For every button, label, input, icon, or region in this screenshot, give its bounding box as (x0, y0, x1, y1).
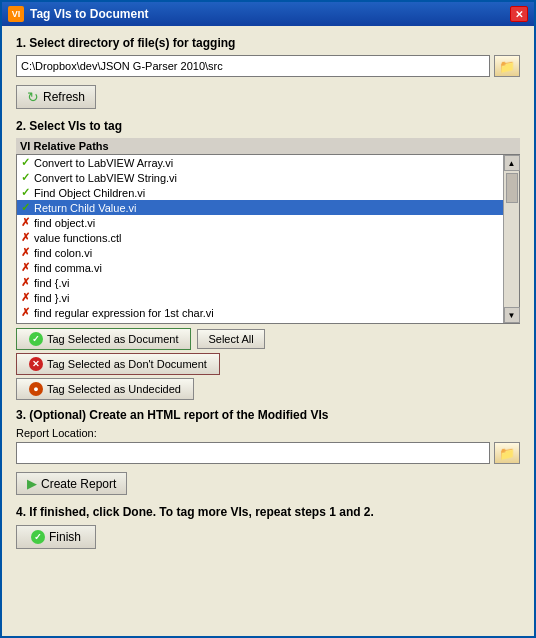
browse-directory-button[interactable]: 📁 (494, 55, 520, 77)
list-item[interactable]: ✗find comma.vi (17, 260, 503, 275)
x-mark: ✗ (21, 261, 30, 274)
list-item[interactable]: ✓Find Object Children.vi (17, 185, 503, 200)
path-row: 📁 (16, 55, 520, 77)
tag-document-button[interactable]: ✓ Tag Selected as Document (16, 328, 191, 350)
step2-label: 2. Select VIs to tag (16, 119, 520, 133)
directory-input[interactable] (16, 55, 490, 77)
x-mark: ✗ (21, 306, 30, 319)
vi-list-container: ✓Convert to LabVIEW Array.vi✓Convert to … (16, 154, 520, 324)
report-location-label: Report Location: (16, 427, 520, 439)
vi-name: Return Child Value.vi (34, 202, 137, 214)
report-path-row: 📁 (16, 442, 520, 464)
list-item[interactable]: ✓Return Child Value.vi (17, 200, 503, 215)
tag-undecided-button[interactable]: ● Tag Selected as Undecided (16, 378, 194, 400)
scroll-down-button[interactable]: ▼ (504, 307, 520, 323)
refresh-button[interactable]: ↻ Refresh (16, 85, 96, 109)
vi-name: Convert to LabVIEW Array.vi (34, 157, 173, 169)
vi-name: Find Object Children.vi (34, 187, 145, 199)
vi-name: find colon.vi (34, 247, 92, 259)
close-button[interactable]: ✕ (510, 6, 528, 22)
titlebar: VI Tag VIs to Document ✕ (2, 2, 534, 26)
scroll-thumb[interactable] (506, 173, 518, 203)
finish-button[interactable]: ✓ Finish (16, 525, 96, 549)
tag-dont-document-button[interactable]: ✕ Tag Selected as Don't Document (16, 353, 220, 375)
x-mark: ✗ (21, 276, 30, 289)
tag-buttons-row2: ✕ Tag Selected as Don't Document (16, 353, 520, 375)
list-header: VI Relative Paths (16, 138, 520, 154)
vi-name: find regular expression for 1st char.vi (34, 307, 214, 319)
check-mark: ✓ (21, 201, 30, 214)
list-item[interactable]: ✓Convert to LabVIEW Array.vi (17, 155, 503, 170)
window-title: Tag VIs to Document (30, 7, 148, 21)
select-all-button[interactable]: Select All (197, 329, 264, 349)
check-mark: ✓ (21, 156, 30, 169)
vi-list[interactable]: ✓Convert to LabVIEW Array.vi✓Convert to … (17, 155, 503, 323)
browse-report-button[interactable]: 📁 (494, 442, 520, 464)
x-mark: ✗ (21, 216, 30, 229)
scroll-track (504, 171, 519, 307)
vi-name: find object.vi (34, 217, 95, 229)
main-window: VI Tag VIs to Document ✕ 1. Select direc… (0, 0, 536, 638)
step4-section: 4. If finished, click Done. To tag more … (16, 505, 520, 549)
refresh-icon: ↻ (27, 89, 39, 105)
step1-label: 1. Select directory of file(s) for taggi… (16, 36, 520, 50)
check-icon: ✓ (29, 332, 43, 346)
x-mark: ✗ (21, 291, 30, 304)
list-item[interactable]: ✗find object.vi (17, 215, 503, 230)
list-item[interactable]: ✗value functions.ctl (17, 230, 503, 245)
step3-section: 3. (Optional) Create an HTML report of t… (16, 408, 520, 495)
scrollbar[interactable]: ▲ ▼ (503, 155, 519, 323)
list-item[interactable]: ✗find {.vi (17, 275, 503, 290)
circle-icon: ● (29, 382, 43, 396)
scroll-up-button[interactable]: ▲ (504, 155, 520, 171)
report-path-input[interactable] (16, 442, 490, 464)
vi-name: find {.vi (34, 277, 69, 289)
list-item[interactable]: ✗find regular expression for 1st char.vi (17, 305, 503, 320)
vi-name: Convert to LabVIEW String.vi (34, 172, 177, 184)
x-icon: ✕ (29, 357, 43, 371)
step3-label: 3. (Optional) Create an HTML report of t… (16, 408, 520, 422)
vi-name: value functions.ctl (34, 232, 121, 244)
check-mark: ✓ (21, 171, 30, 184)
create-report-button[interactable]: ▶ Create Report (16, 472, 127, 495)
x-mark: ✗ (21, 246, 30, 259)
tag-buttons-row3: ● Tag Selected as Undecided (16, 378, 520, 400)
content-area: 1. Select directory of file(s) for taggi… (2, 26, 534, 636)
play-icon: ▶ (27, 476, 37, 491)
tag-buttons-row1: ✓ Tag Selected as Document Select All (16, 328, 520, 350)
x-mark: ✗ (21, 231, 30, 244)
vi-name: find comma.vi (34, 262, 102, 274)
check-mark: ✓ (21, 186, 30, 199)
list-item[interactable]: ✗find colon.vi (17, 245, 503, 260)
list-item[interactable]: ✗find }.vi (17, 290, 503, 305)
window-icon: VI (8, 6, 24, 22)
finish-check-icon: ✓ (31, 530, 45, 544)
list-item[interactable]: ✓Convert to LabVIEW String.vi (17, 170, 503, 185)
vi-name: find }.vi (34, 292, 69, 304)
step4-label: 4. If finished, click Done. To tag more … (16, 505, 520, 519)
